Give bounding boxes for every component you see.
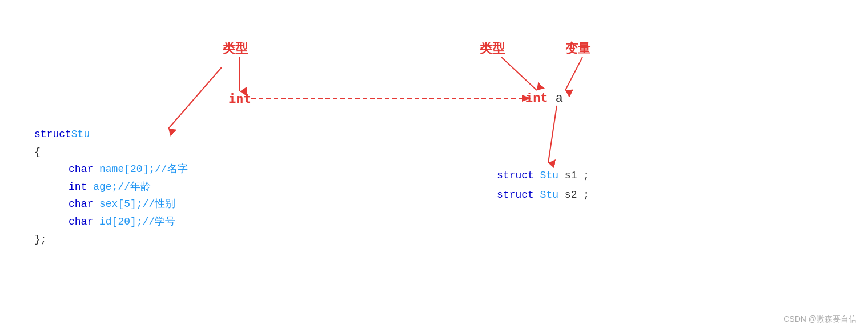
svg-line-4 [501,57,537,90]
s1-rest: s1 ; [558,170,589,181]
field-id: char id[20];//学号 [69,213,188,231]
field-id-rest: id[20];//学号 [93,216,175,227]
struct-s1-line: struct Stu s1 ; [497,166,589,185]
label-type-right: 类型 [480,40,505,57]
field-age-rest: age;//年龄 [87,181,151,193]
brace-open-line: { [34,143,188,161]
brace-open: { [34,146,41,158]
int-a-label: int a [525,91,563,106]
s2-rest: s2 ; [558,189,589,201]
int-a-space [548,91,556,106]
int-label-left: int [228,91,251,106]
struct-keyword-s2: struct [497,189,534,201]
main-container: 类型 类型 变量 int int a struct Stu { char nam… [0,0,868,336]
int-keyword: int [525,91,548,106]
code-block-left: struct Stu { char name[20];//名字 int age;… [34,126,188,248]
char-keyword-1: char [69,163,93,175]
char-keyword-2: char [69,198,93,210]
svg-line-7 [168,67,222,129]
field-sex-rest: sex[5];//性别 [93,198,175,210]
brace-close: }; [34,234,47,245]
char-keyword-3: char [69,216,93,227]
var-a: a [556,91,563,106]
brace-close-line: }; [34,231,188,249]
field-name-rest: name[20];//名字 [93,163,188,175]
struct-name-s1: Stu [534,170,558,181]
field-sex: char sex[5];//性别 [69,195,188,213]
field-age: int age;//年龄 [69,178,188,196]
svg-line-6 [548,106,557,163]
struct-name-s2: Stu [534,189,558,201]
struct-name: Stu [71,126,90,143]
label-type-left: 类型 [223,40,248,57]
field-name: char name[20];//名字 [69,161,188,178]
struct-keyword-s1: struct [497,170,534,181]
watermark: CSDN @嗷森要自信 [783,314,857,325]
code-block-right: struct Stu s1 ; struct Stu s2 ; [497,166,589,205]
struct-s2-line: struct Stu s2 ; [497,185,589,205]
int-keyword-field: int [69,181,87,193]
struct-keyword: struct [34,126,71,143]
struct-declaration-line: struct Stu [34,126,188,143]
label-var-right: 变量 [565,40,590,57]
struct-body: char name[20];//名字 int age;//年龄 char sex… [34,161,188,230]
svg-line-5 [565,57,582,90]
